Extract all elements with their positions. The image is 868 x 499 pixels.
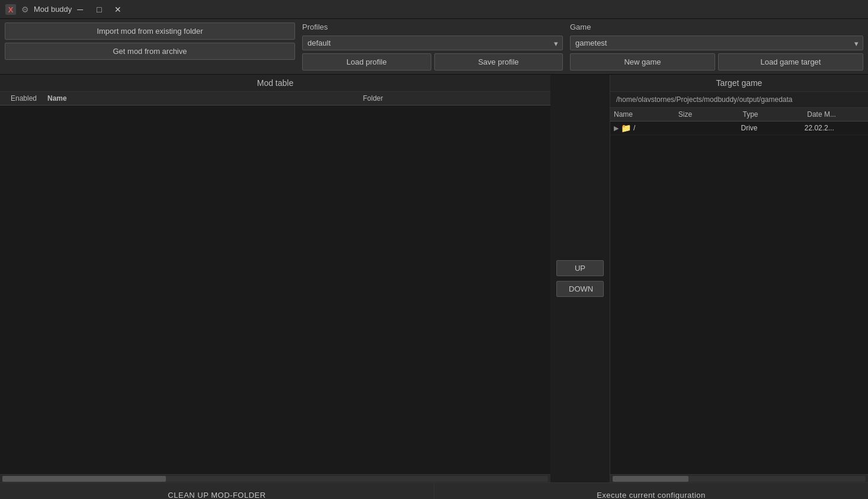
mod-table-body (0, 105, 550, 474)
save-profile-button[interactable]: Save profile (434, 53, 563, 71)
tg-cell-type: Drive (738, 124, 801, 132)
mod-table-scrollbar[interactable] (0, 474, 550, 482)
maximize-button[interactable]: □ (91, 3, 107, 16)
execute-button[interactable]: Execute current configuration (434, 483, 868, 499)
col-folder: Folder (196, 94, 550, 103)
minimize-button[interactable]: ─ (72, 3, 88, 16)
target-game-area: Target game /home/olavstornes/Projects/m… (610, 75, 868, 482)
titlebar-icon-secondary: ⚙ (21, 5, 29, 14)
target-game-scrollbar-track (613, 476, 866, 482)
app-icon: X (5, 4, 17, 15)
profiles-buttons: Load profile Save profile (302, 53, 563, 71)
up-button[interactable]: UP (556, 260, 604, 276)
target-game-path: /home/olavstornes/Projects/modbuddy/outp… (610, 92, 868, 108)
col-name: Name (47, 94, 196, 103)
left-action-buttons: Import mod from existing folder Get mod … (5, 23, 295, 71)
svg-text:X: X (8, 5, 14, 14)
game-section: Game gametest New game Load game target (570, 23, 863, 71)
main-content: Mod table Enabled Name Folder UP DOWN Ta… (0, 75, 868, 482)
tg-cell-name: ▶ 📁 / (614, 123, 674, 133)
load-profile-button[interactable]: Load profile (302, 53, 431, 71)
col-enabled: Enabled (0, 94, 47, 103)
load-game-target-button[interactable]: Load game target (718, 53, 863, 71)
cleanup-button[interactable]: CLEAN UP MOD-FOLDER (0, 483, 434, 499)
bottom-bar: CLEAN UP MOD-FOLDER Execute current conf… (0, 482, 868, 499)
new-game-button[interactable]: New game (570, 53, 715, 71)
tg-col-name: Name (610, 110, 675, 119)
profiles-label: Profiles (302, 23, 563, 31)
target-game-columns: Name Size Type Date M... (610, 108, 868, 121)
titlebar-title: Mod buddy (34, 5, 72, 14)
tg-col-size: Size (675, 110, 739, 119)
import-mod-button[interactable]: Import mod from existing folder (5, 23, 295, 40)
tg-cell-date: 22.02.2... (801, 124, 864, 132)
get-mod-button[interactable]: Get mod from archive (5, 43, 295, 60)
tg-name-text: / (633, 124, 635, 132)
game-select[interactable]: gametest (570, 36, 863, 50)
target-game-scrollbar[interactable] (610, 474, 868, 482)
folder-icon: 📁 (621, 123, 631, 133)
target-game-scrollbar-thumb (613, 476, 688, 482)
game-buttons: New game Load game target (570, 53, 863, 71)
mod-table-header: Mod table (0, 75, 550, 92)
target-game-row[interactable]: ▶ 📁 / Drive 22.02.2... (610, 121, 868, 135)
target-game-body: ▶ 📁 / Drive 22.02.2... (610, 121, 868, 474)
game-dropdown-wrapper: gametest (570, 36, 863, 50)
tg-col-type: Type (739, 110, 804, 119)
target-game-header: Target game (610, 75, 868, 92)
mod-table-scrollbar-thumb (2, 476, 166, 482)
titlebar-controls: ─ □ ✕ (72, 3, 126, 16)
tg-col-date: Date M... (803, 110, 868, 119)
mod-section-wrapper: Mod table Enabled Name Folder UP DOWN (0, 75, 610, 482)
titlebar: X ⚙ Mod buddy ─ □ ✕ (0, 0, 868, 19)
toolbar: Import mod from existing folder Get mod … (0, 19, 868, 75)
up-down-panel: UP DOWN (550, 75, 610, 482)
profiles-section: Profiles default Load profile Save profi… (302, 23, 563, 71)
mod-table-inner: Mod table Enabled Name Folder (0, 75, 550, 482)
profiles-dropdown-wrapper: default (302, 36, 563, 50)
down-button[interactable]: DOWN (556, 281, 604, 297)
close-button[interactable]: ✕ (110, 3, 126, 16)
mod-table-scrollbar-track (2, 476, 548, 482)
profiles-select[interactable]: default (302, 36, 563, 50)
mod-table-columns: Enabled Name Folder (0, 92, 550, 105)
expand-icon[interactable]: ▶ (614, 124, 619, 132)
game-label: Game (570, 23, 863, 31)
